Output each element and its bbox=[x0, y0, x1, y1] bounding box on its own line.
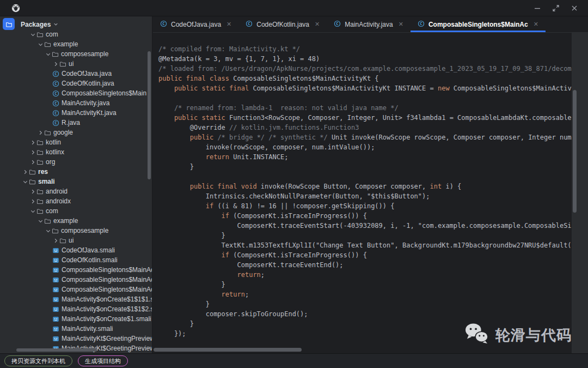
tab-codeofjava-java[interactable]: CCodeOfJava.java✕ bbox=[153, 16, 238, 32]
chevron-right-icon[interactable] bbox=[37, 130, 44, 136]
code-line bbox=[158, 172, 572, 182]
chevron-right-icon[interactable] bbox=[52, 61, 59, 67]
tab-codeofkotlin-java[interactable]: CCodeOfKotlin.java✕ bbox=[238, 16, 327, 32]
tree-item-composablesingletons-mainac[interactable]: ComposableSingletons$MainAc bbox=[0, 265, 152, 275]
tree-item-mainactivity-oncreate-1-smali[interactable]: MainActivity$onCreate$1.smali bbox=[0, 314, 152, 324]
tree-item-composablesingletons-mainac[interactable]: ComposableSingletons$MainAc bbox=[0, 285, 152, 294]
folder-icon bbox=[36, 159, 45, 166]
editor-vertical-scrollbar[interactable] bbox=[573, 90, 577, 213]
chevron-down-icon[interactable] bbox=[29, 32, 36, 38]
editor-scrollbar-gutter bbox=[572, 33, 588, 353]
tree-item-res[interactable]: res bbox=[0, 167, 152, 177]
tree-item-label: MainActivity$onCreate$1.smali bbox=[61, 315, 151, 323]
tree-item-r-java[interactable]: CR.java bbox=[0, 118, 152, 128]
tree-item-com[interactable]: com bbox=[0, 32, 152, 39]
tree-item-codeofjava-smali[interactable]: CodeOfJava.smali bbox=[0, 245, 152, 255]
tree-item-composablesingletons-mainac[interactable]: ComposableSingletons$MainAc bbox=[0, 275, 152, 285]
tree-item-com[interactable]: com bbox=[0, 206, 152, 216]
svg-text:C: C bbox=[336, 21, 339, 26]
tree-item-kotlin[interactable]: kotlin bbox=[0, 137, 152, 147]
tree-item-codeofjava-java[interactable]: CCodeOfJava.java bbox=[0, 69, 152, 79]
code-line: /* compiled from: MainActivity.kt */ bbox=[158, 44, 572, 54]
editor-horizontal-scrollbar[interactable] bbox=[154, 348, 302, 352]
generate-project-button[interactable]: 生成项目结构 bbox=[78, 355, 128, 366]
tree-item-example[interactable]: example bbox=[0, 39, 152, 49]
tree-item-composablesingletons-main[interactable]: CComposableSingletons$Main bbox=[0, 88, 152, 98]
class-icon: C bbox=[52, 80, 61, 87]
tree-item-google[interactable]: google bbox=[0, 128, 152, 137]
title-bar bbox=[0, 0, 588, 16]
tab-close-icon[interactable]: ✕ bbox=[226, 21, 231, 28]
class-icon: C bbox=[52, 110, 61, 117]
tab-composablesingletons-mainac[interactable]: CComposableSingletons$MainAc✕ bbox=[411, 16, 546, 32]
tree-item-mainactivitykt-greetingpreview[interactable]: MainActivityKt$GreetingPreview bbox=[0, 334, 152, 343]
packages-label: Packages bbox=[21, 21, 51, 28]
chevron-down-icon[interactable] bbox=[22, 179, 29, 185]
chevron-right-icon[interactable] bbox=[29, 149, 36, 155]
chevron-down-icon[interactable] bbox=[45, 51, 52, 57]
tree-item-kotlinx[interactable]: kotlinx bbox=[0, 147, 152, 157]
code-line: Intrinsics.checkNotNullParameter(Button,… bbox=[158, 191, 572, 201]
tree-item-codeofkotlin-smali[interactable]: CodeOfKotlin.smali bbox=[0, 255, 152, 265]
svg-text:C: C bbox=[420, 21, 422, 26]
code-line: public static Function3<RowScope, Compos… bbox=[158, 113, 572, 123]
tab-close-icon[interactable]: ✕ bbox=[315, 21, 320, 28]
tab-label: MainActivity.java bbox=[345, 21, 393, 28]
smali-icon bbox=[52, 286, 61, 293]
chevron-down-icon[interactable] bbox=[37, 218, 44, 224]
smali-icon bbox=[52, 257, 61, 264]
class-icon: C bbox=[52, 119, 61, 126]
class-icon: C bbox=[52, 100, 61, 107]
tree-item-example[interactable]: example bbox=[0, 216, 152, 226]
chevron-right-icon[interactable] bbox=[29, 159, 36, 165]
chevron-right-icon[interactable] bbox=[52, 238, 59, 244]
tree-item-androidx[interactable]: androidx bbox=[0, 196, 152, 206]
tree-item-composesample[interactable]: composesample bbox=[0, 49, 152, 59]
tree-item-label: composesample bbox=[60, 227, 108, 234]
smali-icon bbox=[52, 296, 61, 303]
tree-item-label: CodeOfJava.java bbox=[61, 70, 112, 77]
chevron-right-icon[interactable] bbox=[29, 189, 36, 195]
tree-item-label: ComposableSingletons$MainAc bbox=[61, 266, 152, 274]
folder-icon bbox=[59, 237, 68, 244]
packages-tool-icon[interactable] bbox=[3, 18, 15, 30]
tree-item-mainactivity-java[interactable]: CMainActivity.java bbox=[0, 98, 152, 108]
tree-item-mainactivitykt-java[interactable]: CMainActivityKt.java bbox=[0, 108, 152, 118]
tab-mainactivity-java[interactable]: CMainActivity.java✕ bbox=[327, 16, 411, 32]
folder-icon bbox=[52, 227, 60, 234]
chevron-right-icon[interactable] bbox=[29, 198, 36, 204]
tree-item-smali[interactable]: smali bbox=[0, 177, 152, 186]
tree-item-composesample[interactable]: composesample bbox=[0, 226, 152, 236]
tree-vertical-scrollbar[interactable] bbox=[148, 51, 151, 179]
minimize-button[interactable] bbox=[531, 2, 543, 14]
chevron-right-icon[interactable] bbox=[29, 140, 36, 146]
tree-horizontal-scrollbar[interactable] bbox=[16, 348, 97, 352]
chevron-right-icon[interactable] bbox=[22, 169, 29, 175]
code-line: TextKt.m1353TextfLXpl1I("Change Text But… bbox=[158, 240, 572, 250]
chevron-down-icon[interactable] bbox=[29, 208, 36, 214]
chevron-down-icon[interactable] bbox=[45, 228, 52, 234]
class-icon: C bbox=[246, 20, 253, 29]
copy-resources-button[interactable]: 拷贝资源文件到本机 bbox=[4, 355, 72, 366]
chevron-down-icon[interactable] bbox=[37, 41, 44, 47]
close-button[interactable] bbox=[568, 2, 580, 14]
tab-close-icon[interactable]: ✕ bbox=[534, 21, 538, 28]
tab-close-icon[interactable]: ✕ bbox=[399, 21, 403, 28]
tree-item-android[interactable]: android bbox=[0, 186, 152, 196]
tree-item-label: ComposableSingletons$Main bbox=[61, 89, 146, 97]
code-line: return Unit.INSTANCE; bbox=[158, 152, 572, 162]
tree-item-ui[interactable]: ui bbox=[0, 59, 152, 69]
maximize-button[interactable] bbox=[550, 2, 562, 14]
class-icon: C bbox=[52, 90, 61, 97]
tree-item-mainactivity-oncreate-1-1-1-s[interactable]: MainActivity$onCreate$1$1$1.s bbox=[0, 294, 152, 304]
code-line: @Override // kotlin.jvm.functions.Functi… bbox=[158, 123, 572, 132]
tree-item-ui[interactable]: ui bbox=[0, 236, 152, 245]
tree-item-org[interactable]: org bbox=[0, 157, 152, 167]
tab-bar: CCodeOfJava.java✕CCodeOfKotlin.java✕CMai… bbox=[153, 16, 588, 33]
code-line: } bbox=[158, 299, 572, 309]
tree-item-mainactivity-smali[interactable]: MainActivity.smali bbox=[0, 324, 152, 334]
code-editor[interactable]: /* compiled from: MainActivity.kt */@Met… bbox=[153, 33, 572, 353]
tree-item-mainactivity-oncreate-1-1-2-s[interactable]: MainActivity$onCreate$1$1$2.s bbox=[0, 304, 152, 314]
tree-item-codeofkotlin-java[interactable]: CCodeOfKotlin.java bbox=[0, 79, 152, 88]
packages-dropdown[interactable]: Packages bbox=[21, 21, 59, 28]
